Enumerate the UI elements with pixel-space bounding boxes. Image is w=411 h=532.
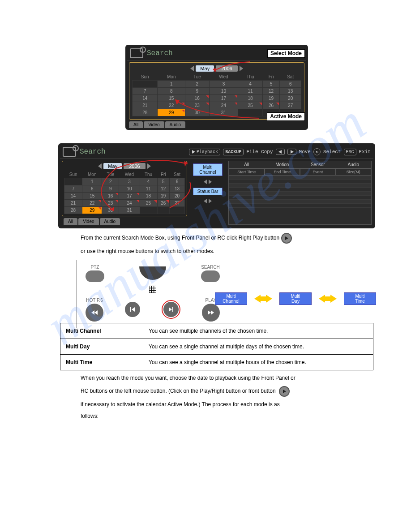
calendar-day[interactable]: 16 xyxy=(102,193,119,200)
grid-icon[interactable] xyxy=(149,286,156,294)
year-label[interactable]: 2006 xyxy=(216,65,237,72)
month-next[interactable] xyxy=(147,163,151,169)
search-button[interactable] xyxy=(201,270,220,282)
calendar-day[interactable]: 6 xyxy=(169,178,184,185)
calendar-day[interactable]: 1 xyxy=(82,178,102,185)
calendar-day[interactable]: 21 xyxy=(64,200,82,207)
calendar-day[interactable]: 14 xyxy=(64,193,82,200)
calendar[interactable]: SunMonTueWedThuFriSat 123456789101112131… xyxy=(132,73,301,116)
calendar-day[interactable]: 14 xyxy=(133,95,158,102)
filter-tab[interactable]: Video xyxy=(144,121,164,128)
calendar-day[interactable]: 12 xyxy=(157,185,169,193)
filter-tab[interactable]: All xyxy=(129,121,143,128)
calendar-day[interactable]: 10 xyxy=(209,88,238,95)
calendar-day[interactable]: 20 xyxy=(280,95,301,102)
calendar-day[interactable]: 18 xyxy=(140,193,157,200)
calendar-day[interactable]: 19 xyxy=(262,95,279,102)
calendar-day[interactable]: 31 xyxy=(209,109,238,116)
multi-channel-button[interactable]: Multi Channel xyxy=(193,163,223,176)
move-prev[interactable] xyxy=(276,149,285,155)
calendar-day[interactable]: 19 xyxy=(157,193,169,200)
calendar-day[interactable]: 30 xyxy=(185,109,210,116)
fast-forward-button[interactable] xyxy=(202,304,220,322)
move-next[interactable] xyxy=(287,149,296,155)
year-label[interactable]: 2006 xyxy=(124,163,145,169)
rewind-button[interactable] xyxy=(86,304,103,322)
calendar[interactable]: SunMonTueWedThuFriSat 123456789101112131… xyxy=(64,171,185,214)
play-button-circled[interactable] xyxy=(162,300,180,319)
calendar-day[interactable]: 5 xyxy=(157,178,169,185)
calendar-day[interactable]: 28 xyxy=(133,109,158,116)
nav-right[interactable] xyxy=(209,199,212,203)
filter-tab[interactable]: Video xyxy=(78,218,98,225)
calendar-day[interactable]: 4 xyxy=(238,81,263,88)
nav-right[interactable] xyxy=(209,180,212,184)
month-label[interactable]: May xyxy=(196,65,214,72)
calendar-day[interactable]: 8 xyxy=(158,88,185,95)
backup-button[interactable]: BACKUP xyxy=(223,149,244,155)
calendar-day[interactable]: 24 xyxy=(119,200,140,207)
calendar-day[interactable]: 15 xyxy=(82,193,102,200)
calendar-day[interactable]: 30 xyxy=(102,207,119,214)
calendar-day[interactable]: 16 xyxy=(185,95,210,102)
calendar-day[interactable]: 31 xyxy=(119,207,140,214)
calendar-day[interactable]: 7 xyxy=(133,88,158,95)
calendar-day[interactable] xyxy=(238,109,263,116)
calendar-day[interactable]: 24 xyxy=(209,102,238,109)
calendar-day[interactable]: 23 xyxy=(102,200,119,207)
nav-left[interactable] xyxy=(204,199,207,203)
calendar-day[interactable]: 15 xyxy=(158,95,185,102)
nav-left[interactable] xyxy=(204,180,207,184)
calendar-day[interactable]: 3 xyxy=(119,178,140,185)
calendar-day[interactable]: 18 xyxy=(238,95,263,102)
calendar-day[interactable]: 1 xyxy=(158,81,185,88)
calendar-day[interactable]: 26 xyxy=(157,200,169,207)
calendar-day[interactable]: 6 xyxy=(280,81,301,88)
calendar-day[interactable]: 29 xyxy=(82,207,102,214)
calendar-day[interactable]: 5 xyxy=(262,81,279,88)
calendar-day[interactable]: 21 xyxy=(133,102,158,109)
down-button[interactable] xyxy=(139,266,166,280)
calendar-day[interactable]: 17 xyxy=(119,193,140,200)
calendar-day[interactable]: 7 xyxy=(64,185,82,193)
calendar-day[interactable]: 10 xyxy=(119,185,140,193)
calendar-day[interactable]: 25 xyxy=(238,102,263,109)
filter-tab[interactable]: Audio xyxy=(100,218,120,225)
calendar-day[interactable] xyxy=(64,178,82,185)
calendar-day[interactable]: 29 xyxy=(158,109,185,116)
calendar-day[interactable]: 8 xyxy=(82,185,102,193)
step-back-button[interactable] xyxy=(125,302,140,317)
calendar-day[interactable]: 22 xyxy=(82,200,102,207)
calendar-day[interactable]: 13 xyxy=(280,88,301,95)
calendar-day[interactable]: 23 xyxy=(185,102,210,109)
month-prev[interactable] xyxy=(190,66,194,71)
calendar-day[interactable]: 20 xyxy=(169,193,184,200)
calendar-day[interactable]: 9 xyxy=(185,88,210,95)
filter-tab[interactable]: Audio xyxy=(165,121,186,128)
calendar-day[interactable]: 28 xyxy=(64,207,82,214)
event-tab[interactable]: All xyxy=(229,161,265,168)
calendar-day[interactable]: 2 xyxy=(102,178,119,185)
calendar-day[interactable]: 9 xyxy=(102,185,119,193)
event-tab[interactable]: Motion xyxy=(265,161,300,168)
status-bar-button[interactable]: Status Bar xyxy=(193,188,223,195)
calendar-day[interactable] xyxy=(140,207,157,214)
calendar-day[interactable]: 25 xyxy=(140,200,157,207)
calendar-day[interactable]: 11 xyxy=(140,185,157,193)
calendar-day[interactable]: 3 xyxy=(209,81,238,88)
calendar-day[interactable]: 26 xyxy=(262,102,279,109)
calendar-day[interactable]: 27 xyxy=(169,200,184,207)
ptz-button[interactable] xyxy=(86,270,104,282)
month-prev[interactable] xyxy=(98,163,102,169)
select-button[interactable]: ↻ xyxy=(313,148,321,155)
filter-tab[interactable]: All xyxy=(64,218,77,225)
calendar-day[interactable]: 2 xyxy=(185,81,210,88)
calendar-day[interactable]: 17 xyxy=(209,95,238,102)
event-tab[interactable]: Audio xyxy=(336,161,372,168)
month-next[interactable] xyxy=(240,66,243,71)
playback-button[interactable]: Playback xyxy=(189,149,220,155)
calendar-day[interactable] xyxy=(157,207,169,214)
calendar-day[interactable]: 4 xyxy=(140,178,157,185)
calendar-day[interactable] xyxy=(133,81,158,88)
calendar-day[interactable] xyxy=(169,207,184,214)
